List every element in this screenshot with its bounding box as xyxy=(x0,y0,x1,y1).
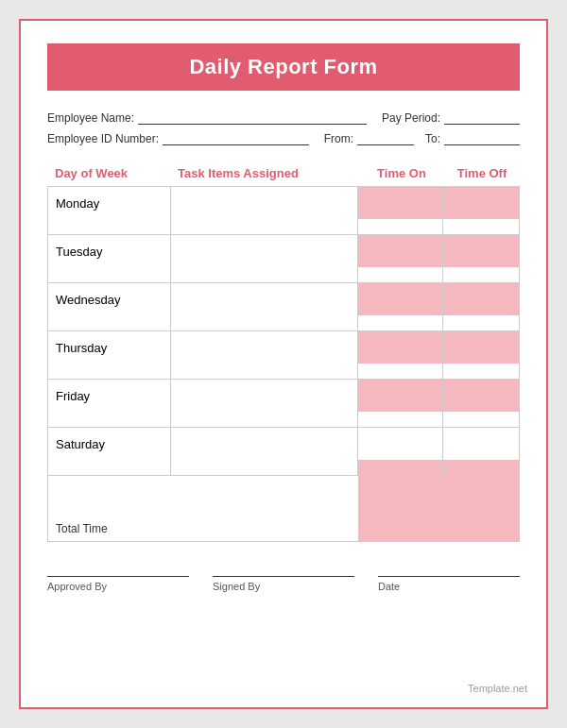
wednesday-sub-row xyxy=(48,315,519,330)
employee-id-row: Employee ID Number: From: To: xyxy=(47,132,520,145)
date-item: Date xyxy=(378,576,520,592)
employee-name-row: Employee Name: Pay Period: xyxy=(47,111,520,125)
approved-by-line xyxy=(47,576,189,577)
date-label: Date xyxy=(378,581,400,592)
saturday-task-cell-2[interactable] xyxy=(171,460,358,475)
monday-day-cell-2 xyxy=(48,219,171,234)
thursday-block: Thursday xyxy=(48,331,519,380)
friday-block: Friday xyxy=(48,380,519,428)
monday-ton-2[interactable] xyxy=(358,219,443,234)
header-time-off: Time Off xyxy=(444,162,520,184)
saturday-day-cell: Saturday xyxy=(48,428,171,460)
thursday-day-cell-2 xyxy=(48,364,171,379)
friday-task-cell-2[interactable] xyxy=(171,412,358,427)
saturday-sub-row xyxy=(48,460,519,475)
thursday-time-off-cell[interactable] xyxy=(443,331,519,364)
wednesday-time-on-cell[interactable] xyxy=(358,283,443,315)
date-line xyxy=(378,576,520,577)
friday-day-cell-2 xyxy=(48,412,171,427)
friday-day-cell: Friday xyxy=(48,380,171,412)
thursday-day-cell: Thursday xyxy=(48,331,171,364)
saturday-task-cell[interactable] xyxy=(171,428,358,460)
table-header: Day of Week Task Items Assigned Time On … xyxy=(47,162,520,184)
to-label: To: xyxy=(425,132,440,145)
monday-task-cell[interactable] xyxy=(171,187,358,219)
approved-by-label: Approved By xyxy=(47,581,107,592)
wednesday-toff-2[interactable] xyxy=(443,315,519,330)
monday-task-cell-2[interactable] xyxy=(171,219,358,234)
signature-section: Approved By Signed By Date xyxy=(47,568,520,592)
wednesday-day-cell: Wednesday xyxy=(48,283,171,315)
from-label: From: xyxy=(324,132,353,145)
total-time-on-cell[interactable] xyxy=(358,476,443,541)
form-title: Daily Report Form xyxy=(66,55,501,79)
tuesday-task-cell-2[interactable] xyxy=(171,267,358,282)
from-input[interactable] xyxy=(357,132,414,145)
friday-task-cell[interactable] xyxy=(171,380,358,412)
total-time-off-cell[interactable] xyxy=(443,476,519,541)
thursday-toff-2[interactable] xyxy=(443,364,519,379)
thursday-ton-2[interactable] xyxy=(358,364,443,379)
friday-toff-2[interactable] xyxy=(443,412,519,427)
header-task: Task Items Assigned xyxy=(170,162,359,184)
total-row: Total Time xyxy=(47,476,520,542)
wednesday-task-cell-2[interactable] xyxy=(171,315,358,330)
header-day: Day of Week xyxy=(47,162,170,184)
monday-time-off-cell[interactable] xyxy=(443,187,519,219)
thursday-time-on-cell[interactable] xyxy=(358,331,443,364)
wednesday-block: Wednesday xyxy=(48,283,519,331)
friday-time-off-cell[interactable] xyxy=(443,380,519,412)
wednesday-main-row: Wednesday xyxy=(48,283,519,315)
tuesday-sub-row xyxy=(48,267,519,282)
wednesday-day-cell-2 xyxy=(48,315,171,330)
wednesday-time-off-cell[interactable] xyxy=(443,283,519,315)
schedule-table: Day of Week Task Items Assigned Time On … xyxy=(47,162,520,542)
thursday-main-row: Thursday xyxy=(48,331,519,364)
signed-by-line xyxy=(213,576,354,577)
title-bar: Daily Report Form xyxy=(47,43,520,91)
saturday-time-off-cell[interactable] xyxy=(443,428,519,460)
employee-name-label: Employee Name: xyxy=(47,111,134,125)
pay-period-label: Pay Period: xyxy=(382,111,440,125)
employee-id-label: Employee ID Number: xyxy=(47,132,159,145)
tuesday-toff-2[interactable] xyxy=(443,267,519,282)
monday-main-row: Monday xyxy=(48,187,519,219)
tuesday-time-on-cell[interactable] xyxy=(358,235,443,267)
monday-day-cell: Monday xyxy=(48,187,171,219)
monday-toff-2[interactable] xyxy=(443,219,519,234)
pay-period-input[interactable] xyxy=(444,111,520,125)
employee-id-input[interactable] xyxy=(163,132,309,145)
table-body: Monday Tuesday xyxy=(47,186,520,476)
monday-time-on-cell[interactable] xyxy=(358,187,443,219)
signed-by-label: Signed By xyxy=(213,581,260,592)
friday-time-on-cell[interactable] xyxy=(358,380,443,412)
friday-sub-row xyxy=(48,412,519,427)
saturday-main-row: Saturday xyxy=(48,428,519,460)
signed-by-item: Signed By xyxy=(213,576,354,592)
tuesday-day-cell: Tuesday xyxy=(48,235,171,267)
thursday-sub-row xyxy=(48,364,519,379)
tuesday-ton-2[interactable] xyxy=(358,267,443,282)
saturday-block: Saturday xyxy=(48,428,519,475)
tuesday-task-cell[interactable] xyxy=(171,235,358,267)
saturday-time-on-cell[interactable] xyxy=(358,428,443,460)
wednesday-ton-2[interactable] xyxy=(358,315,443,330)
wednesday-task-cell[interactable] xyxy=(171,283,358,315)
form-page: Daily Report Form Employee Name: Pay Per… xyxy=(19,19,548,709)
fields-section: Employee Name: Pay Period: Employee ID N… xyxy=(47,111,520,145)
approved-by-item: Approved By xyxy=(47,576,189,592)
header-time-on: Time On xyxy=(359,162,444,184)
saturday-toff-2[interactable] xyxy=(443,460,519,475)
to-input[interactable] xyxy=(444,132,520,145)
employee-name-input[interactable] xyxy=(138,111,367,125)
tuesday-day-cell-2 xyxy=(48,267,171,282)
thursday-task-cell-2[interactable] xyxy=(171,364,358,379)
thursday-task-cell[interactable] xyxy=(171,331,358,364)
tuesday-block: Tuesday xyxy=(48,235,519,283)
friday-main-row: Friday xyxy=(48,380,519,412)
saturday-ton-2[interactable] xyxy=(358,460,443,475)
tuesday-main-row: Tuesday xyxy=(48,235,519,267)
monday-block: Monday xyxy=(48,187,519,235)
friday-ton-2[interactable] xyxy=(358,412,443,427)
tuesday-time-off-cell[interactable] xyxy=(443,235,519,267)
